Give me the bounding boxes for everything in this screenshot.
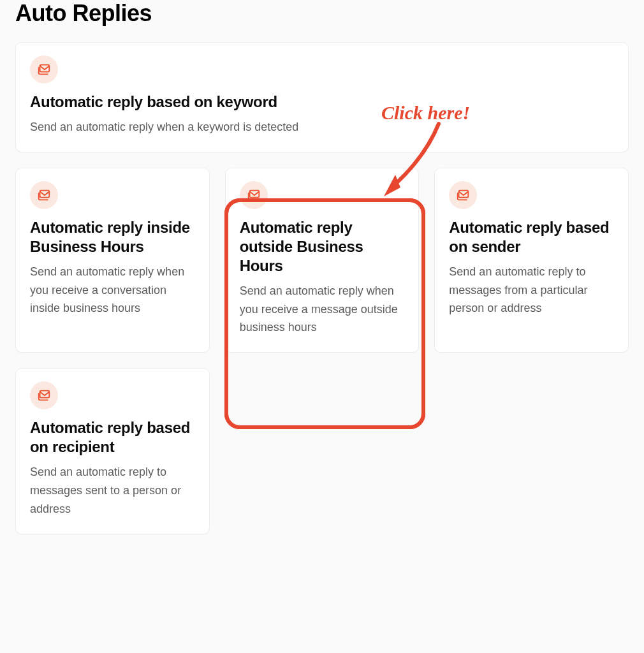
svg-rect-4 [40,391,50,398]
auto-replies-section: Auto Replies Automatic reply based on ke… [0,0,644,550]
message-stack-icon [30,181,58,209]
svg-rect-2 [249,190,259,197]
card-description: Send an automatic reply when a keyword i… [30,118,614,136]
card-title: Automatic reply based on recipient [30,418,195,457]
card-auto-reply-keyword[interactable]: Automatic reply based on keyword Send an… [15,42,629,152]
card-title: Automatic reply based on keyword [30,92,614,112]
card-description: Send an automatic reply to messages from… [449,263,614,318]
card-description: Send an automatic reply when you receive… [240,282,405,337]
message-stack-icon [449,181,477,209]
card-title: Automatic reply based on sender [449,218,614,256]
svg-rect-3 [459,190,469,197]
card-description: Send an automatic reply to messages sent… [30,463,195,518]
card-title: Automatic reply inside Business Hours [30,218,195,256]
message-stack-icon [30,55,58,84]
card-auto-reply-outside-hours[interactable]: Automatic reply outside Business Hours S… [225,168,420,353]
message-stack-icon [240,181,268,209]
card-auto-reply-sender[interactable]: Automatic reply based on sender Send an … [434,168,629,353]
card-auto-reply-inside-hours[interactable]: Automatic reply inside Business Hours Se… [15,168,210,353]
section-title: Auto Replies [15,0,629,27]
card-auto-reply-recipient[interactable]: Automatic reply based on recipient Send … [15,368,210,534]
svg-rect-0 [40,65,50,72]
message-stack-icon [30,381,58,409]
card-description: Send an automatic reply when you receive… [30,263,195,318]
card-grid: Automatic reply based on keyword Send an… [15,42,629,534]
svg-rect-1 [40,190,50,197]
card-title: Automatic reply outside Business Hours [240,218,405,275]
